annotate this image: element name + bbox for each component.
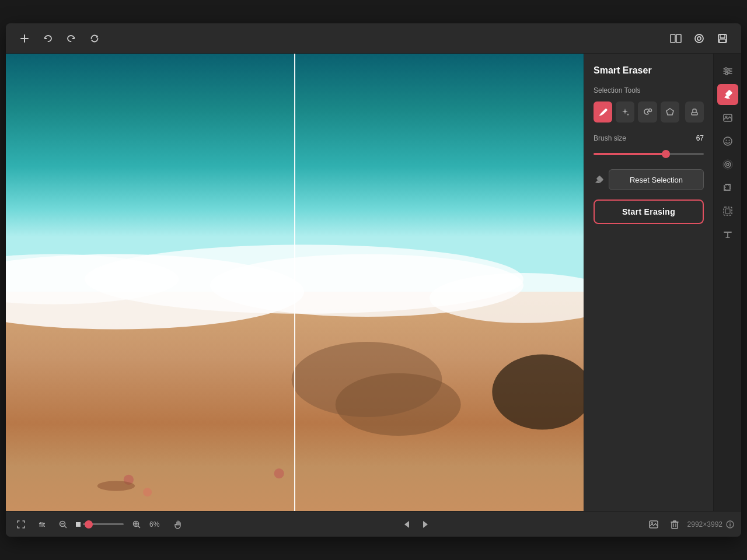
prev-image-button[interactable] [400, 517, 414, 531]
right-icon-sidebar [713, 54, 741, 511]
redo-button[interactable] [62, 29, 81, 48]
right-panel: Smart Eraser Selection Tools [584, 54, 741, 511]
reset-selection-row: Reset Selection [594, 169, 704, 190]
brush-size-label: Brush size [594, 134, 626, 142]
fullscreen-button[interactable] [13, 516, 29, 533]
svg-marker-24 [666, 108, 673, 115]
svg-point-20 [274, 468, 284, 478]
zoom-fit-button[interactable]: fit [34, 516, 50, 533]
hand-tool-button[interactable] [170, 516, 187, 533]
split-view-button[interactable] [666, 29, 685, 48]
bottom-toolbar: fit 6% [6, 511, 741, 537]
svg-rect-25 [692, 113, 697, 115]
lasso-tool-button[interactable] [638, 102, 657, 123]
svg-point-37 [725, 140, 727, 141]
svg-rect-7 [720, 34, 725, 38]
svg-point-39 [725, 162, 731, 167]
svg-rect-8 [720, 39, 725, 43]
beach-image [6, 54, 584, 511]
brush-size-value: 67 [696, 134, 704, 142]
svg-point-38 [728, 140, 729, 141]
svg-point-5 [697, 37, 701, 40]
svg-point-17 [336, 373, 461, 436]
svg-rect-44 [725, 209, 730, 214]
undo-button[interactable] [39, 29, 57, 48]
svg-line-49 [138, 526, 140, 527]
info-icon [726, 520, 734, 528]
crop-icon-button[interactable] [717, 177, 738, 198]
selection-icon-button[interactable] [717, 201, 738, 222]
start-erasing-button[interactable]: Start Erasing [594, 200, 704, 224]
svg-point-15 [85, 245, 523, 314]
adjustments-icon-button[interactable] [717, 61, 738, 82]
main-area: Smart Eraser Selection Tools [6, 54, 741, 511]
svg-point-31 [728, 70, 730, 72]
zoom-slider-dot [76, 522, 81, 527]
svg-marker-52 [404, 521, 409, 528]
eraser-icon [594, 174, 604, 185]
stamp-tool-button[interactable] [685, 102, 704, 123]
zoom-percent-label: 6% [149, 520, 166, 528]
image-size-label: 2992×3992 [687, 520, 722, 528]
top-toolbar [6, 23, 741, 54]
svg-rect-2 [671, 34, 675, 43]
svg-point-19 [143, 488, 152, 496]
svg-point-23 [648, 109, 651, 112]
next-image-button[interactable] [418, 517, 432, 531]
svg-rect-43 [724, 207, 732, 215]
selection-tools-label: Selection Tools [594, 86, 704, 94]
svg-line-46 [65, 526, 67, 527]
svg-rect-56 [672, 522, 678, 528]
svg-point-32 [725, 72, 728, 75]
svg-marker-53 [423, 521, 428, 528]
image-icon-button[interactable] [717, 107, 738, 128]
svg-point-30 [725, 68, 727, 70]
svg-rect-3 [676, 34, 681, 43]
polygon-select-button[interactable] [661, 102, 679, 123]
zoom-in-button[interactable] [128, 516, 145, 533]
svg-point-61 [729, 522, 731, 523]
zoom-out-button[interactable] [55, 516, 71, 533]
eraser-sidebar-button[interactable] [717, 84, 738, 105]
svg-point-21 [97, 481, 135, 491]
brush-tool-button[interactable] [594, 102, 612, 123]
zoom-fit-label: fit [39, 521, 45, 528]
refresh-button[interactable] [85, 29, 104, 48]
view-button[interactable] [690, 29, 708, 48]
svg-point-40 [727, 163, 729, 166]
panel-title: Smart Eraser [594, 65, 704, 76]
emoji-icon-button[interactable] [717, 131, 738, 152]
canvas-area[interactable] [6, 54, 584, 511]
brush-size-slider-container [594, 147, 704, 158]
zoom-slider-container [76, 522, 124, 527]
split-divider [294, 54, 295, 511]
magic-select-button[interactable] [616, 102, 634, 123]
text-icon-button[interactable] [717, 224, 738, 245]
brush-size-slider[interactable] [594, 153, 704, 155]
zoom-slider[interactable] [83, 523, 124, 525]
svg-point-4 [695, 34, 703, 43]
reset-selection-button[interactable]: Reset Selection [609, 169, 704, 190]
svg-rect-42 [725, 186, 730, 190]
brush-size-row: Brush size 67 [594, 134, 704, 142]
save-button[interactable] [713, 29, 732, 48]
image-info: 2992×3992 [687, 520, 734, 528]
show-image-button[interactable] [645, 516, 662, 533]
layers-icon-button[interactable] [717, 154, 738, 175]
svg-point-36 [724, 137, 732, 145]
app-window: Smart Eraser Selection Tools [6, 23, 741, 537]
selection-tools [594, 102, 704, 123]
add-button[interactable] [15, 29, 34, 48]
delete-button[interactable] [666, 516, 683, 533]
